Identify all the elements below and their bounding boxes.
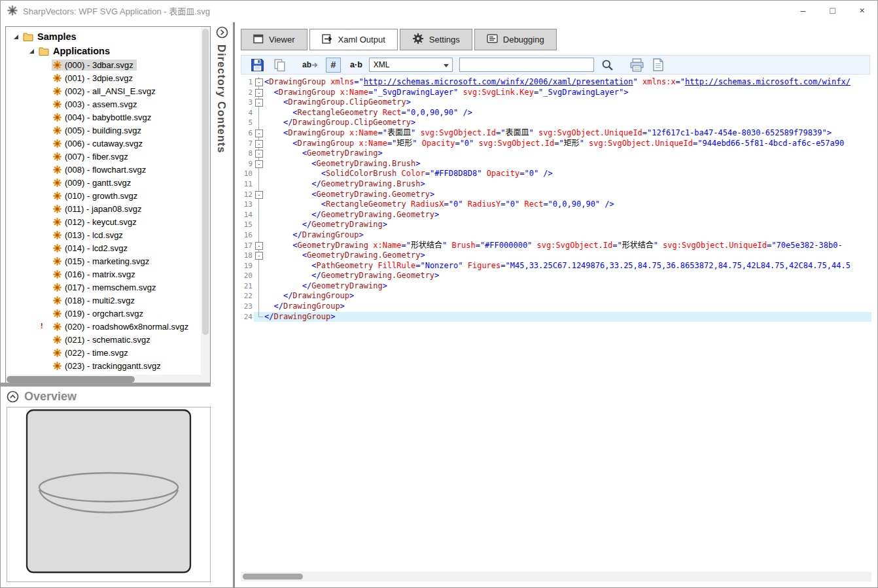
tree-item[interactable]: (001) - 3dpie.svgz bbox=[6, 71, 201, 84]
tree-item-label: (019) - orgchart.svgz bbox=[65, 309, 143, 319]
code-line[interactable]: 24</DrawingGroup> bbox=[241, 312, 871, 322]
tree-item[interactable]: (021) - schematic.svgz bbox=[6, 333, 201, 346]
tab-viewer[interactable]: Viewer bbox=[241, 29, 307, 50]
code-line[interactable]: 14 </GeometryDrawing.Geometry> bbox=[241, 210, 871, 220]
minimize-button[interactable]: – bbox=[788, 0, 818, 21]
tree-item[interactable]: (009) - gantt.svgz bbox=[6, 176, 201, 189]
word-wrap-button[interactable]: ab bbox=[302, 60, 319, 70]
tab-settings[interactable]: Settings bbox=[400, 29, 472, 50]
code-line[interactable]: 16 </DrawingGroup> bbox=[241, 230, 871, 241]
tree-item-label: (013) - lcd.svgz bbox=[65, 230, 123, 240]
code-line[interactable]: 5 </DrawingGroup.ClipGeometry> bbox=[241, 118, 871, 128]
code-line[interactable]: 8- <GeometryDrawing> bbox=[241, 148, 871, 159]
code-line[interactable]: 11 </GeometryDrawing.Brush> bbox=[241, 179, 871, 190]
fold-toggle-icon[interactable]: - bbox=[254, 97, 264, 108]
print-button[interactable] bbox=[629, 58, 645, 73]
code-line[interactable]: 23 </DrawingGroup> bbox=[241, 302, 871, 312]
scrollbar-thumb[interactable] bbox=[202, 29, 209, 335]
tree-item[interactable]: (012) - keycut.svgz bbox=[6, 215, 201, 228]
tree-node-samples[interactable]: Samples bbox=[6, 29, 201, 44]
code-line-list: 1-<DrawingGroup xmlns="http://schemas.mi… bbox=[241, 77, 871, 322]
tree-node-applications[interactable]: Applications bbox=[6, 44, 201, 58]
code-line[interactable]: 3- <DrawingGroup.ClipGeometry> bbox=[241, 97, 871, 108]
fold-toggle-icon[interactable]: - bbox=[254, 77, 264, 88]
code-line[interactable]: 6- <DrawingGroup x:Name="表面皿" svg:SvgObj… bbox=[241, 128, 871, 139]
line-numbers-toggle-button[interactable]: # bbox=[326, 58, 341, 73]
tree-item[interactable]: (013) - lcd.svgz bbox=[6, 228, 201, 241]
expander-icon[interactable] bbox=[14, 35, 18, 39]
fold-toggle-icon[interactable]: - bbox=[254, 251, 264, 261]
tree-item[interactable]: (018) - multi2.svgz bbox=[6, 294, 201, 307]
fold-toggle-icon[interactable]: - bbox=[254, 139, 264, 149]
code-line[interactable]: 4 <RectangleGeometry Rect="0,0,90,90" /> bbox=[241, 108, 871, 118]
code-line[interactable]: 18- <GeometryDrawing.Geometry> bbox=[241, 251, 871, 261]
tree-item[interactable]: (022) - time.svgz bbox=[6, 346, 201, 359]
tree-item[interactable]: (003) - assem.svgz bbox=[6, 97, 201, 111]
code-line[interactable]: 2- <DrawingGroup x:Name="_SvgDrawingLaye… bbox=[241, 88, 871, 98]
svg-file-icon bbox=[53, 231, 61, 239]
code-line[interactable]: 7- <DrawingGroup x:Name="矩形" Opacity="0"… bbox=[241, 139, 871, 149]
overview-title: Overview bbox=[24, 390, 77, 404]
scrollbar-thumb[interactable] bbox=[7, 376, 135, 383]
search-button[interactable] bbox=[601, 58, 614, 72]
line-number: 3 bbox=[241, 97, 254, 108]
tree-item[interactable]: (016) - matrix.svgz bbox=[6, 268, 201, 281]
tree-item[interactable]: (010) - growth.svgz bbox=[6, 189, 201, 202]
syntax-format-dropdown[interactable]: XML bbox=[369, 58, 453, 72]
tree-item[interactable]: (015) - marketing.svgz bbox=[6, 254, 201, 268]
tree-item[interactable]: (006) - cutaway.svgz bbox=[6, 137, 201, 150]
code-line[interactable]: 21 </GeometryDrawing> bbox=[241, 281, 871, 292]
horizontal-splitter[interactable] bbox=[0, 383, 232, 387]
code-line[interactable]: 20 </GeometryDrawing.Geometry> bbox=[241, 271, 871, 281]
editor-horizontal-scrollbar[interactable] bbox=[241, 572, 871, 581]
scrollbar-thumb[interactable] bbox=[243, 574, 303, 579]
tree-item[interactable]: (011) - japan08.svgz bbox=[6, 202, 201, 215]
tree-item[interactable]: (008) - flowchart.svgz bbox=[6, 163, 201, 176]
fold-toggle-icon[interactable]: - bbox=[254, 88, 264, 98]
code-line[interactable]: 9- <GeometryDrawing.Brush> bbox=[241, 159, 871, 169]
expander-icon[interactable] bbox=[29, 49, 34, 54]
save-button[interactable] bbox=[249, 57, 266, 73]
word-wrap-label: ab bbox=[302, 60, 311, 69]
tree-item[interactable]: (023) - trackinggantt.svgz bbox=[6, 359, 201, 372]
maximize-button[interactable]: □ bbox=[818, 0, 847, 21]
fold-toggle-icon[interactable]: - bbox=[254, 159, 264, 169]
tree-item[interactable]: (014) - lcd2.svgz bbox=[6, 241, 201, 254]
code-line[interactable]: 22 </DrawingGroup> bbox=[241, 291, 871, 302]
code-line[interactable]: 13 <RectangleGeometry RadiusX="0" Radius… bbox=[241, 199, 871, 210]
fold-toggle-icon[interactable]: - bbox=[254, 148, 264, 159]
code-line[interactable]: 15 </GeometryDrawing> bbox=[241, 220, 871, 230]
code-line[interactable]: 19 <PathGeometry FillRule="Nonzero" Figu… bbox=[241, 261, 871, 271]
code-line[interactable]: 10 <SolidColorBrush Color="#FFD8D8D8" Op… bbox=[241, 169, 871, 179]
code-line[interactable]: 12- <GeometryDrawing.Geometry> bbox=[241, 190, 871, 200]
tree-vertical-scrollbar[interactable] bbox=[201, 27, 210, 375]
vertical-splitter[interactable] bbox=[233, 22, 235, 588]
overview-collapse-button[interactable] bbox=[7, 390, 19, 403]
tree-item[interactable]: (004) - babybottle.svgz bbox=[6, 111, 201, 124]
tree-item[interactable]: (017) - memschem.svgz bbox=[6, 281, 201, 294]
svg-file-icon bbox=[53, 113, 61, 122]
xaml-output-icon bbox=[322, 34, 333, 46]
tree-item[interactable]: (000) - 3dbar.svgz bbox=[6, 58, 201, 71]
tree-item[interactable]: (007) - fiber.svgz bbox=[6, 150, 201, 163]
print-preview-button[interactable] bbox=[652, 58, 665, 72]
close-button[interactable]: × bbox=[847, 0, 877, 21]
tree-item[interactable]: (019) - orgchart.svgz bbox=[6, 307, 201, 320]
tab-debugging[interactable]: Debugging bbox=[474, 29, 557, 50]
code-line[interactable]: 17- <GeometryDrawing x:Name="形状结合" Brush… bbox=[241, 241, 871, 251]
code-line[interactable]: 1-<DrawingGroup xmlns="http://schemas.mi… bbox=[241, 77, 871, 88]
fold-toggle-icon[interactable]: - bbox=[254, 190, 264, 200]
fold-margin bbox=[254, 230, 264, 241]
directory-contents-expand-button[interactable] bbox=[216, 26, 228, 39]
code-text: <GeometryDrawing> bbox=[264, 148, 383, 159]
tree-item[interactable]: (002) - all_ANSI_E.svgz bbox=[6, 84, 201, 97]
fold-toggle-icon[interactable]: - bbox=[254, 128, 264, 139]
xaml-code-editor[interactable]: 1-<DrawingGroup xmlns="http://schemas.mi… bbox=[241, 76, 871, 572]
copy-button[interactable] bbox=[272, 58, 287, 73]
search-input[interactable] bbox=[459, 58, 594, 72]
tab-xaml-output[interactable]: Xaml Output bbox=[309, 29, 398, 50]
tree-item[interactable]: !(020) - roadshow6x8normal.svgz bbox=[6, 320, 201, 333]
tree-item[interactable]: (005) - building.svgz bbox=[6, 124, 201, 137]
tree-item-label: (012) - keycut.svgz bbox=[65, 217, 137, 227]
fold-toggle-icon[interactable]: - bbox=[254, 241, 264, 251]
